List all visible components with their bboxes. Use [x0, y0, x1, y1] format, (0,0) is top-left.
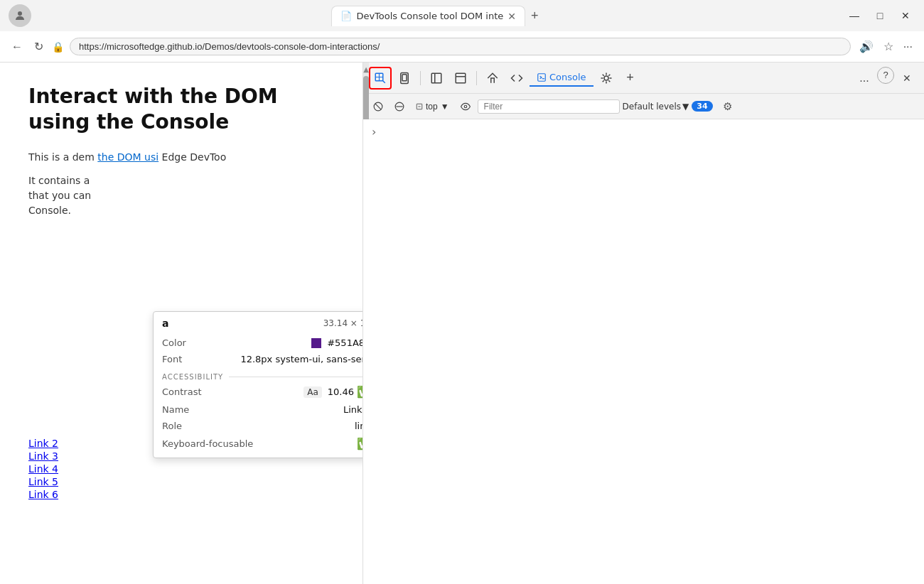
tab-console[interactable]: Console	[530, 69, 593, 87]
svg-point-0	[18, 11, 22, 16]
title-bar: 📄 DevTools Console tool DOM inte ✕ + — □…	[0, 0, 924, 31]
context-selector[interactable]: top ▼	[412, 100, 453, 113]
clear-console-button[interactable]	[369, 97, 387, 116]
tooltip-font-value: 12.8px system-ui, sans-serif	[240, 354, 362, 364]
favorites-icon[interactable]: ☆	[881, 37, 896, 56]
svg-rect-6	[456, 73, 466, 83]
panel-sidebar-button[interactable]	[425, 67, 448, 90]
device-emulation-button[interactable]	[393, 67, 416, 90]
more-icon[interactable]: ···	[901, 37, 915, 56]
devtools-primary-toolbar: Console + ... ? ✕	[363, 63, 924, 94]
tooltip-name-value: Link 1	[343, 404, 362, 415]
svg-rect-3	[402, 74, 407, 80]
element-tooltip: a 33.14 × 17 Color #551A8B Font 12.8px s…	[153, 311, 362, 458]
tooltip-role-label: Role	[162, 421, 182, 431]
page-title: Interact with the DOM using the Console	[28, 84, 334, 136]
maximize-button[interactable]: □	[870, 6, 890, 26]
devtools-secondary-toolbar: top ▼ Default levels ▼ 34 ⚙	[363, 94, 924, 119]
page-content: Interact with the DOM using the Console …	[0, 63, 362, 584]
minimize-button[interactable]: —	[844, 6, 864, 26]
keyboard-check-icon: ✅	[357, 437, 362, 450]
link-4[interactable]: Link 4	[28, 463, 334, 475]
page-link[interactable]: the DOM usi	[97, 151, 159, 163]
message-count: 34	[692, 101, 712, 112]
tooltip-keyboard-value: ✅	[357, 437, 362, 450]
inspect-element-button[interactable]	[369, 67, 392, 90]
svg-point-16	[464, 105, 467, 108]
tooltip-header: a 33.14 × 17	[154, 312, 362, 335]
tab-console-label: Console	[549, 72, 586, 82]
address-right-icons: 🔊 ☆ ···	[856, 37, 915, 56]
eye-button[interactable]	[456, 97, 475, 116]
default-levels-label: Default levels	[623, 102, 681, 112]
link-5[interactable]: Link 5	[28, 476, 334, 487]
default-levels-selector[interactable]: Default levels ▼	[623, 102, 689, 112]
tooltip-color-row: Color #551A8B	[154, 335, 362, 351]
user-avatar[interactable]	[9, 4, 31, 27]
tooltip-contrast-row: Contrast Aa 10.46 ✅	[154, 382, 362, 401]
toolbar-divider-2	[476, 71, 477, 85]
page-text-1: This is a dem the DOM usi Edge DevToo	[28, 150, 334, 165]
issues-button[interactable]	[595, 67, 618, 90]
tooltip-keyboard-label: Keyboard-focusable	[162, 438, 253, 449]
scroll-up-arrow[interactable]: ▲	[363, 65, 369, 73]
filter-input[interactable]	[478, 99, 620, 114]
console-prompt-arrow[interactable]: ›	[372, 125, 376, 139]
devtools-panel: Console + ... ? ✕	[362, 63, 924, 584]
console-output: ›	[363, 119, 924, 584]
toolbar-divider-1	[420, 71, 421, 85]
contrast-aa-badge: Aa	[303, 386, 322, 398]
page-inner: Interact with the DOM using the Console …	[28, 84, 334, 500]
tooltip-contrast-value: Aa 10.46 ✅	[303, 385, 362, 399]
no-entry-button[interactable]	[390, 97, 409, 116]
svg-point-10	[604, 76, 608, 80]
address-bar: ← ↻ 🔒 🔊 ☆ ···	[0, 31, 924, 63]
tooltip-font-row: Font 12.8px system-ui, sans-serif	[154, 351, 362, 367]
address-input[interactable]	[70, 38, 851, 55]
tooltip-color-value: #551A8B	[311, 337, 362, 348]
add-tab-button[interactable]: +	[619, 67, 642, 90]
devtools-close-button[interactable]: ✕	[896, 67, 918, 90]
new-tab-button[interactable]: +	[525, 6, 544, 26]
tooltip-font-label: Font	[162, 354, 182, 364]
browser-tab[interactable]: 📄 DevTools Console tool DOM inte ✕	[331, 6, 525, 26]
tooltip-name-row: Name Link 1	[154, 401, 362, 418]
tooltip-accessibility-title: ACCESSIBILITY	[154, 367, 362, 382]
svg-rect-4	[431, 73, 441, 83]
more-tools-button[interactable]: ...	[853, 67, 876, 90]
close-button[interactable]: ✕	[896, 6, 915, 26]
tooltip-contrast-label: Contrast	[162, 386, 202, 397]
page-text-2: It contains a that you can Console.	[28, 173, 334, 218]
context-label: top	[426, 102, 438, 112]
tooltip-role-row: Role link	[154, 418, 362, 434]
tooltip-role-value: link	[355, 421, 362, 431]
link-6[interactable]: Link 6	[28, 489, 334, 500]
tab-close-button[interactable]: ✕	[507, 11, 516, 22]
page-section: Interact with the DOM using the Console …	[0, 63, 362, 584]
toolbar-right: ... ? ✕	[853, 67, 918, 90]
lock-icon: 🔒	[52, 41, 64, 53]
color-swatch	[311, 338, 321, 348]
back-button[interactable]: ←	[9, 38, 26, 56]
context-dropdown-icon: ▼	[441, 102, 449, 112]
main-area: Interact with the DOM using the Console …	[0, 63, 924, 584]
help-button[interactable]: ?	[877, 67, 894, 84]
tooltip-color-label: Color	[162, 337, 186, 348]
console-settings-button[interactable]: ⚙	[719, 97, 737, 116]
tab-page-icon: 📄	[340, 11, 352, 21]
title-bar-left	[9, 4, 31, 27]
tooltip-tag: a	[162, 318, 168, 329]
home-button[interactable]	[481, 67, 504, 90]
dock-button[interactable]	[449, 67, 472, 90]
read-aloud-icon[interactable]: 🔊	[856, 37, 876, 56]
tooltip-keyboard-row: Keyboard-focusable ✅	[154, 434, 362, 458]
default-levels-chevron: ▼	[682, 102, 689, 112]
svg-line-12	[375, 103, 381, 109]
refresh-button[interactable]: ↻	[31, 37, 46, 56]
tab-title: DevTools Console tool DOM inte	[356, 11, 503, 21]
contrast-check-icon: ✅	[357, 385, 362, 399]
tab-bar: 📄 DevTools Console tool DOM inte ✕ +	[331, 6, 544, 26]
tooltip-name-label: Name	[162, 404, 189, 415]
source-button[interactable]	[505, 67, 528, 90]
window-controls: — □ ✕	[844, 6, 915, 26]
